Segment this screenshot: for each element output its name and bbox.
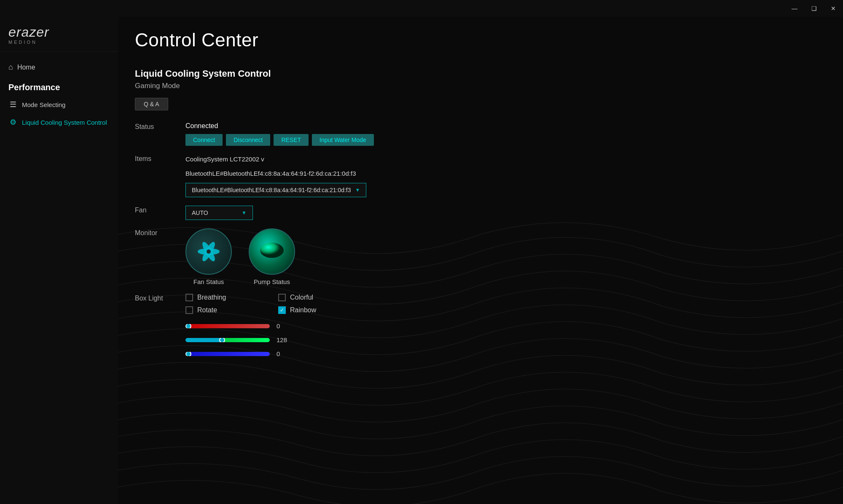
svg-point-7 [260, 243, 284, 258]
close-button[interactable]: ✕ [824, 0, 843, 17]
blue-slider-value: 0 [277, 350, 289, 357]
qa-button[interactable]: Q & A [135, 98, 168, 110]
items-line2: BluetoothLE#BluetoothLEf4:c8:8a:4a:64:91… [185, 169, 826, 179]
minimize-button[interactable]: — [785, 0, 804, 17]
sidebar-nav: ⌂ Home Performance ☰ Mode Selecting ⚙ Li… [0, 52, 118, 504]
rotate-checkbox[interactable] [185, 306, 193, 314]
box-light-label: Box Light [135, 294, 185, 302]
section-title: Liquid Cooling System Control [135, 68, 826, 79]
rotate-label: Rotate [197, 306, 217, 314]
mode-text: Gaming Mode [135, 82, 826, 90]
items-line1: CoolingSystem LCT22002 v [185, 154, 826, 164]
pump-status-item: Pump Status [249, 228, 295, 285]
checkbox-breathing[interactable]: Breathing [185, 294, 270, 301]
green-slider-thumb[interactable] [219, 338, 225, 342]
fan-row: Fan AUTO ▼ [135, 206, 826, 220]
performance-section-label: Performance [0, 76, 118, 96]
mode-label: Mode Selecting [22, 101, 65, 108]
fan-label: Fan [135, 206, 185, 214]
blue-slider-thumb[interactable] [185, 352, 191, 356]
checkbox-rainbow[interactable]: Rainbow [278, 306, 362, 314]
box-light-content: Breathing Colorful Rotate Rainbow [185, 294, 826, 364]
fan-content: AUTO ▼ [185, 206, 826, 220]
cooling-icon: ⚙ [8, 118, 18, 127]
blue-slider-track [185, 352, 270, 356]
pump-status-circle [249, 228, 295, 275]
monitor-label: Monitor [135, 228, 185, 237]
sidebar-item-home[interactable]: ⌂ Home [0, 59, 118, 76]
fan-value: AUTO [192, 209, 208, 216]
cooling-label: Liquid Cooling System Control [22, 119, 107, 126]
main-content: Control Center Liquid Cooling System Con… [118, 17, 843, 504]
colorful-checkbox[interactable] [278, 294, 286, 301]
red-slider-row: 0 [185, 322, 826, 330]
sidebar-item-mode-selecting[interactable]: ☰ Mode Selecting [0, 96, 118, 113]
checkbox-rotate[interactable]: Rotate [185, 306, 270, 314]
sidebar-item-liquid-cooling[interactable]: ⚙ Liquid Cooling System Control [0, 113, 118, 131]
rainbow-checkbox[interactable] [278, 306, 286, 314]
brand-logo: erazer [8, 25, 49, 39]
breathing-checkbox[interactable] [185, 294, 193, 301]
connect-button[interactable]: Connect [185, 134, 223, 146]
app-title: Control Center [135, 29, 258, 51]
fan-dropdown-arrow-icon: ▼ [242, 210, 247, 216]
pump-status-icon [259, 241, 285, 262]
checkbox-group: Breathing Colorful Rotate Rainbow [185, 294, 826, 314]
green-track [185, 338, 270, 342]
status-row: Status Connected Connect Disconnect RESE… [135, 122, 826, 146]
red-track [185, 324, 270, 328]
green-slider-row: 128 [185, 336, 826, 343]
blue-slider-row: 0 [185, 350, 826, 357]
green-slider-track [185, 338, 270, 342]
pump-status-label: Pump Status [254, 278, 290, 285]
status-label: Status [135, 122, 185, 131]
monitor-area: Fan Status [185, 228, 826, 285]
fan-status-icon [192, 235, 226, 268]
fan-dropdown[interactable]: AUTO ▼ [185, 206, 253, 220]
logo-area: erazer MEDION [0, 17, 118, 52]
fan-status-label: Fan Status [193, 278, 224, 285]
disconnect-button[interactable]: Disconnect [226, 134, 270, 146]
mode-icon: ☰ [8, 100, 18, 109]
colorful-label: Colorful [290, 294, 313, 301]
window-controls: — ❑ ✕ [785, 0, 843, 17]
home-icon: ⌂ [8, 63, 13, 72]
fan-status-item: Fan Status [185, 228, 232, 285]
dropdown-arrow-icon: ▼ [355, 187, 360, 193]
action-buttons: Connect Disconnect RESET Input Water Mod… [185, 134, 826, 146]
blue-track [185, 352, 270, 356]
items-label: Items [135, 154, 185, 163]
red-slider-track [185, 324, 270, 328]
svg-point-6 [207, 249, 211, 254]
box-light-row: Box Light Breathing Colorful Rotate [135, 294, 826, 364]
checkbox-colorful[interactable]: Colorful [278, 294, 362, 301]
status-content: Connected Connect Disconnect RESET Input… [185, 122, 826, 146]
title-bar: — ❑ ✕ [0, 0, 843, 17]
home-label: Home [17, 64, 35, 71]
items-content: CoolingSystem LCT22002 v BluetoothLE#Blu… [185, 154, 826, 197]
maximize-button[interactable]: ❑ [804, 0, 824, 17]
device-dropdown[interactable]: BluetoothLE#BluetoothLEf4:c8:8a:4a:64:91… [185, 183, 366, 197]
red-slider-thumb[interactable] [185, 324, 191, 328]
breathing-label: Breathing [197, 294, 226, 301]
red-slider-value: 0 [277, 322, 289, 330]
green-slider-value: 128 [277, 336, 289, 343]
sidebar: erazer MEDION ⌂ Home Performance ☰ Mode … [0, 17, 118, 504]
brand-sub: MEDION [8, 40, 110, 45]
input-water-button[interactable]: Input Water Mode [312, 134, 374, 146]
status-value: Connected [185, 122, 826, 130]
dropdown-value: BluetoothLE#BluetoothLEf4:c8:8a:4a:64:91… [192, 187, 351, 193]
items-row: Items CoolingSystem LCT22002 v Bluetooth… [135, 154, 826, 197]
rainbow-label: Rainbow [290, 306, 316, 314]
monitor-row: Monitor [135, 228, 826, 285]
fan-status-circle [185, 228, 232, 275]
reset-button[interactable]: RESET [274, 134, 309, 146]
monitor-content: Fan Status [185, 228, 826, 285]
